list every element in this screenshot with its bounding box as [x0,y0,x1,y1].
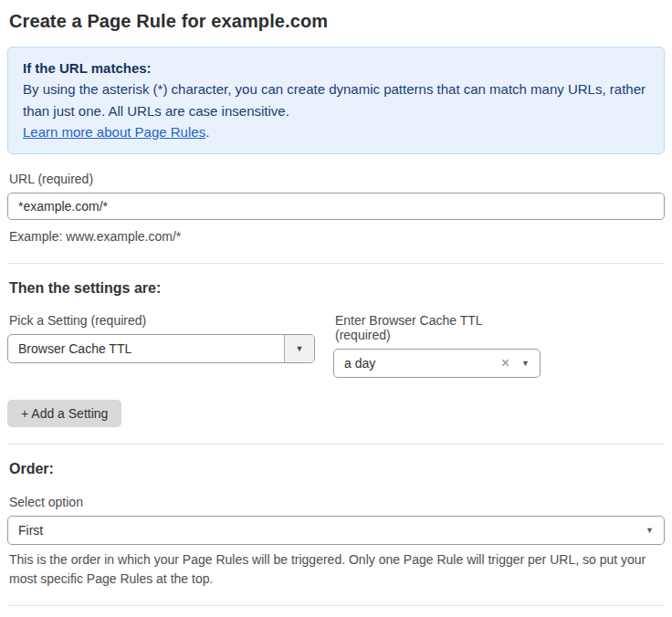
url-match-info-box: If the URL matches: By using the asteris… [7,47,665,154]
setting-select-field: Pick a Setting (required) Browser Cache … [7,297,315,378]
add-setting-button[interactable]: + Add a Setting [7,400,121,427]
learn-more-link[interactable]: Learn more about Page Rules [23,124,205,140]
chevron-down-icon: ▼ [521,360,530,368]
add-setting-wrap: + Add a Setting [7,400,665,427]
ttl-select-value: a day [334,356,501,371]
order-select-label: Select option [9,495,663,509]
settings-row: Pick a Setting (required) Browser Cache … [7,297,665,378]
order-section-heading: Order: [9,461,663,477]
order-select[interactable]: First ▼ [7,516,665,545]
divider [7,605,665,606]
info-box-heading: If the URL matches: [23,58,649,78]
info-box-body: By using the asterisk (*) character, you… [23,78,649,121]
page-title: Create a Page Rule for example.com [9,11,663,32]
setting-select-caret-button[interactable]: ▼ [284,335,314,362]
url-example-helper: Example: www.example.com/* [9,227,663,246]
ttl-select-label: Enter Browser Cache TTL (required) [335,313,539,342]
order-helper-text: This is the order in which your Page Rul… [9,550,663,589]
setting-select-label: Pick a Setting (required) [9,313,313,328]
info-box-link-line: Learn more about Page Rules. [23,121,649,142]
divider [7,263,665,264]
order-select-value: First [8,523,646,538]
chevron-down-icon: ▼ [296,345,304,353]
link-suffix: . [205,124,209,140]
setting-select[interactable]: Browser Cache TTL ▼ [7,334,315,363]
ttl-select-field: Enter Browser Cache TTL (required) a day… [333,297,541,378]
setting-select-value: Browser Cache TTL [8,341,284,356]
chevron-down-icon: ▼ [646,527,654,535]
ttl-select[interactable]: a day × ▼ [333,349,541,378]
url-field-label: URL (required) [9,172,663,186]
create-page-rule-form: Create a Page Rule for example.com If th… [0,0,672,617]
url-input[interactable] [7,193,665,220]
divider [7,444,665,444]
clear-icon[interactable]: × [501,356,509,371]
settings-section-heading: Then the settings are: [9,280,663,297]
